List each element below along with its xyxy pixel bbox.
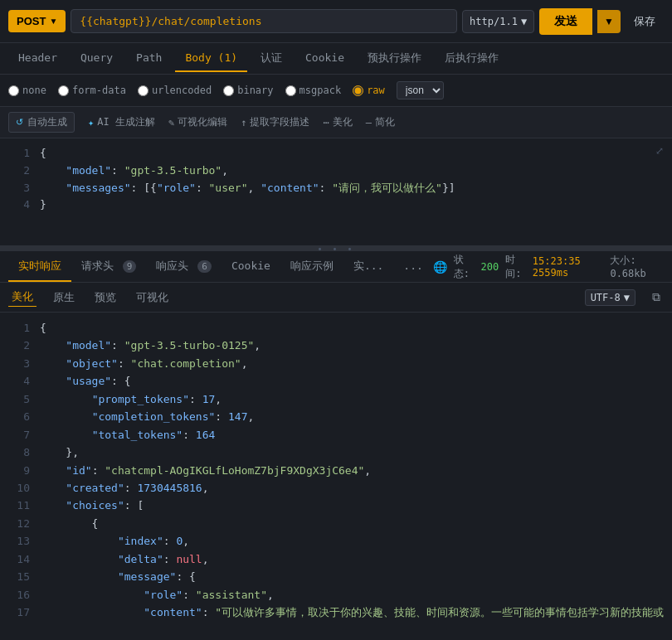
visual-edit-label: 可视化编辑 [178, 115, 227, 129]
format-bar: 美化 原生 预览 可视化 UTF-8 ▼ ⧉ [0, 283, 672, 313]
visual-edit-btn[interactable]: ✎ 可视化编辑 [168, 115, 227, 129]
resp-tab-cookie[interactable]: Cookie [222, 253, 280, 280]
response-time: 15:23:35 2559ms [533, 255, 604, 279]
tab-query[interactable]: Query [71, 45, 123, 72]
resp-line-4: 4 "usage": { [0, 372, 672, 390]
tab-auth[interactable]: 认证 [251, 44, 292, 74]
tab-post-script[interactable]: 后执行操作 [435, 44, 509, 74]
radio-binary[interactable]: binary [223, 85, 273, 96]
resp-tab-realtime[interactable]: 实时响应 [8, 252, 71, 282]
resp-line-9: 9 "id": "chatcmpl-AOgIKGLfLoHomZ7bjF9XDg… [0, 462, 672, 479]
nav-tabs: Header Query Path Body (1) 认证 Cookie 预执行… [0, 43, 672, 75]
request-editor[interactable]: 1 { 2 "model": "gpt-3.5-turbo", 3 "messa… [0, 138, 672, 246]
resp-line-14: 14 "delta": null, [0, 550, 672, 568]
send-button[interactable]: 发送 [539, 8, 592, 35]
tab-pre-script[interactable]: 预执行操作 [358, 44, 431, 74]
simplify-label: 简化 [375, 115, 395, 129]
method-label: POST [17, 15, 46, 27]
request-editor-wrapper: 1 { 2 "model": "gpt-3.5-turbo", 3 "messa… [0, 138, 672, 246]
status-label: 状态: [454, 253, 475, 281]
url-input[interactable]: {{chatgpt}}/chat/completions [71, 9, 457, 33]
ai-icon: ✦ [88, 117, 94, 128]
resp-line-15: 15 "message": { [0, 568, 672, 585]
http-version-select[interactable]: http/1.1 ▼ [462, 10, 534, 33]
response-size: 大小: 0.68kb [610, 254, 664, 279]
resp-line-5: 5 "prompt_tokens": 17, [0, 390, 672, 408]
resp-tab-resp-headers[interactable]: 响应头 6 [146, 252, 221, 282]
extract-icon: ↑ [241, 117, 246, 128]
extract-field-label: 提取字段描述 [250, 115, 309, 129]
fmt-tab-visual[interactable]: 可视化 [133, 288, 172, 307]
auto-generate-btn[interactable]: ↺ 自动生成 [8, 112, 75, 133]
resp-headers-badge: 6 [197, 260, 212, 273]
tab-path[interactable]: Path [126, 45, 172, 72]
edit-icon: ✎ [168, 117, 174, 128]
response-status: 🌐 状态: 200 时间: 15:23:35 2559ms 大小: 0.68kb [433, 253, 664, 281]
resp-line-12: 12 { [0, 515, 672, 532]
refresh-icon: ↺ [16, 117, 23, 128]
resp-line-3: 3 "object": "chat.completion", [0, 355, 672, 372]
resp-line-1: 1 { [0, 319, 672, 337]
time-label: 时间: [505, 253, 526, 281]
req-line-1: 1 { [0, 145, 672, 162]
top-bar: POST ▼ {{chatgpt}}/chat/completions http… [0, 0, 672, 43]
save-button[interactable]: 保存 [626, 8, 664, 35]
beautify-btn[interactable]: ⋯ 美化 [323, 115, 352, 129]
resp-line-8: 8 }, [0, 444, 672, 461]
copy-button[interactable]: ⧉ [649, 288, 664, 306]
editor-toolbar: ↺ 自动生成 ✦ AI 生成注解 ✎ 可视化编辑 ↑ 提取字段描述 ⋯ 美化 —… [0, 107, 672, 138]
req-headers-badge: 9 [123, 260, 137, 273]
status-code: 200 [481, 261, 499, 273]
tab-header[interactable]: Header [8, 45, 67, 72]
radio-msgpack[interactable]: msgpack [285, 85, 342, 96]
resp-line-6: 6 "completion_tokens": 147, [0, 408, 672, 425]
auto-generate-label: 自动生成 [27, 115, 67, 129]
fmt-tab-preview[interactable]: 预览 [91, 288, 119, 307]
simplify-icon: — [366, 117, 372, 128]
req-headers-label: 请求头 [81, 259, 114, 272]
ai-generate-btn[interactable]: ✦ AI 生成注解 [88, 115, 155, 129]
resp-tab-more[interactable]: ... [393, 253, 432, 280]
http-version-label: http/1.1 [470, 16, 518, 27]
fmt-tab-beautify[interactable]: 美化 [8, 288, 37, 307]
resp-line-16: 16 "role": "assistant", [0, 586, 672, 604]
radio-urlencoded[interactable]: urlencoded [138, 85, 212, 96]
resp-line-7: 7 "total_tokens": 164 [0, 426, 672, 444]
format-select[interactable]: json [397, 81, 444, 99]
encoding-select[interactable]: UTF-8 ▼ [585, 289, 635, 306]
method-select[interactable]: POST ▼ [8, 10, 66, 32]
expand-icon[interactable]: ⤢ [655, 145, 664, 157]
resp-tab-actual[interactable]: 实... [343, 252, 393, 282]
resp-tab-example[interactable]: 响应示例 [280, 252, 343, 282]
beautify-label: 美化 [333, 115, 353, 129]
response-editor[interactable]: 1 { 2 "model": "gpt-3.5-turbo-0125", 3 "… [0, 313, 672, 618]
ai-generate-label: AI 生成注解 [97, 115, 155, 129]
resp-line-17: 17 "content": "可以做许多事情，取决于你的兴趣、技能、时间和资源。… [0, 604, 672, 618]
resp-headers-label: 响应头 [156, 259, 188, 272]
beautify-icon: ⋯ [323, 117, 329, 128]
url-text: {{chatgpt}}/chat/completions [80, 15, 261, 27]
send-arrow-button[interactable]: ▼ [597, 10, 621, 33]
resp-tab-req-headers[interactable]: 请求头 9 [71, 252, 146, 282]
radio-none[interactable]: none [8, 85, 46, 96]
tab-cookie[interactable]: Cookie [295, 45, 354, 72]
encoding-label: UTF-8 [591, 292, 621, 303]
response-tabs: 实时响应 请求头 9 响应头 6 Cookie 响应示例 实... ... 🌐 … [0, 251, 672, 283]
req-line-2: 2 "model": "gpt-3.5-turbo", [0, 162, 672, 180]
resp-line-11: 11 "choices": [ [0, 497, 672, 514]
simplify-btn[interactable]: — 简化 [366, 115, 395, 129]
tab-body[interactable]: Body (1) [175, 45, 247, 72]
radio-formdata[interactable]: form-data [58, 85, 126, 96]
globe-icon: 🌐 [433, 260, 447, 274]
req-line-3: 3 "messages": [{"role": "user", "content… [0, 180, 672, 197]
extract-field-btn[interactable]: ↑ 提取字段描述 [241, 115, 309, 129]
body-options: none form-data urlencoded binary msgpack… [0, 75, 672, 107]
app-container: POST ▼ {{chatgpt}}/chat/completions http… [0, 0, 672, 618]
resp-line-2: 2 "model": "gpt-3.5-turbo-0125", [0, 337, 672, 354]
radio-raw[interactable]: raw [353, 85, 385, 96]
fmt-tab-raw[interactable]: 原生 [50, 288, 78, 307]
method-arrow-icon: ▼ [49, 17, 57, 26]
resp-line-13: 13 "index": 0, [0, 532, 672, 550]
resp-line-10: 10 "created": 1730445816, [0, 479, 672, 497]
req-line-4: 4 } [0, 196, 672, 214]
